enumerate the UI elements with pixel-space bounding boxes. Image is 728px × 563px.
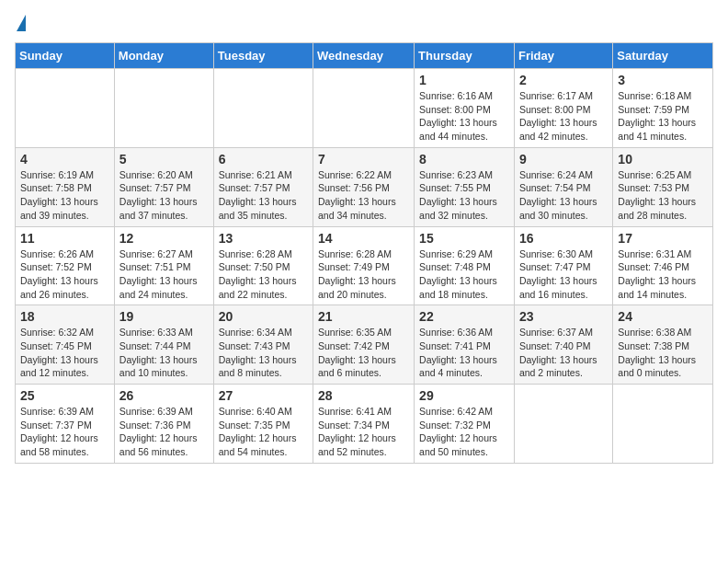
day-info: Sunrise: 6:18 AMSunset: 7:59 PMDaylight:… xyxy=(618,89,708,144)
day-number: 11 xyxy=(20,231,109,246)
calendar-cell: 28Sunrise: 6:41 AMSunset: 7:34 PMDayligh… xyxy=(313,385,415,464)
calendar-cell: 8Sunrise: 6:23 AMSunset: 7:55 PMDaylight… xyxy=(415,147,515,226)
day-info: Sunrise: 6:16 AMSunset: 8:00 PMDaylight:… xyxy=(419,89,509,144)
day-info: Sunrise: 6:20 AMSunset: 7:57 PMDaylight:… xyxy=(119,168,209,223)
day-number: 13 xyxy=(219,231,308,246)
calendar-cell: 25Sunrise: 6:39 AMSunset: 7:37 PMDayligh… xyxy=(16,385,115,464)
calendar-cell xyxy=(213,69,313,148)
day-info: Sunrise: 6:27 AMSunset: 7:51 PMDaylight:… xyxy=(119,247,209,302)
weekday-header-saturday: Saturday xyxy=(613,43,713,69)
day-number: 4 xyxy=(20,152,109,167)
day-number: 2 xyxy=(519,73,608,87)
day-number: 29 xyxy=(419,388,509,403)
day-info: Sunrise: 6:39 AMSunset: 7:36 PMDaylight:… xyxy=(119,405,209,459)
week-row-4: 18Sunrise: 6:32 AMSunset: 7:45 PMDayligh… xyxy=(16,305,713,385)
day-info: Sunrise: 6:38 AMSunset: 7:38 PMDaylight:… xyxy=(618,326,708,380)
calendar-cell: 18Sunrise: 6:32 AMSunset: 7:45 PMDayligh… xyxy=(16,305,115,385)
day-number: 23 xyxy=(519,309,608,324)
day-info: Sunrise: 6:35 AMSunset: 7:42 PMDaylight:… xyxy=(318,326,409,380)
calendar-cell xyxy=(114,69,213,148)
day-info: Sunrise: 6:32 AMSunset: 7:45 PMDaylight:… xyxy=(20,326,109,380)
day-info: Sunrise: 6:25 AMSunset: 7:53 PMDaylight:… xyxy=(618,168,708,223)
day-number: 18 xyxy=(20,309,109,324)
day-info: Sunrise: 6:42 AMSunset: 7:32 PMDaylight:… xyxy=(419,405,509,459)
calendar-cell: 22Sunrise: 6:36 AMSunset: 7:41 PMDayligh… xyxy=(415,305,515,385)
day-number: 21 xyxy=(318,309,409,324)
day-number: 26 xyxy=(119,388,209,403)
calendar-cell: 15Sunrise: 6:29 AMSunset: 7:48 PMDayligh… xyxy=(415,226,515,305)
week-row-3: 11Sunrise: 6:26 AMSunset: 7:52 PMDayligh… xyxy=(16,226,713,305)
day-number: 14 xyxy=(318,231,409,246)
week-row-5: 25Sunrise: 6:39 AMSunset: 7:37 PMDayligh… xyxy=(16,385,713,464)
calendar-cell: 24Sunrise: 6:38 AMSunset: 7:38 PMDayligh… xyxy=(613,305,713,385)
calendar-cell: 20Sunrise: 6:34 AMSunset: 7:43 PMDayligh… xyxy=(213,305,313,385)
calendar-cell: 19Sunrise: 6:33 AMSunset: 7:44 PMDayligh… xyxy=(114,305,213,385)
day-info: Sunrise: 6:40 AMSunset: 7:35 PMDaylight:… xyxy=(219,405,308,459)
weekday-header-row: SundayMondayTuesdayWednesdayThursdayFrid… xyxy=(16,43,713,69)
day-info: Sunrise: 6:39 AMSunset: 7:37 PMDaylight:… xyxy=(20,405,109,459)
day-number: 25 xyxy=(20,388,109,403)
day-info: Sunrise: 6:26 AMSunset: 7:52 PMDaylight:… xyxy=(20,247,109,302)
day-number: 20 xyxy=(219,309,308,324)
day-info: Sunrise: 6:28 AMSunset: 7:49 PMDaylight:… xyxy=(318,247,409,302)
weekday-header-friday: Friday xyxy=(514,43,612,69)
calendar-cell: 23Sunrise: 6:37 AMSunset: 7:40 PMDayligh… xyxy=(514,305,612,385)
weekday-header-sunday: Sunday xyxy=(16,43,115,69)
day-info: Sunrise: 6:21 AMSunset: 7:57 PMDaylight:… xyxy=(219,168,308,223)
day-number: 8 xyxy=(419,152,509,167)
calendar-cell: 10Sunrise: 6:25 AMSunset: 7:53 PMDayligh… xyxy=(613,147,713,226)
calendar-cell: 12Sunrise: 6:27 AMSunset: 7:51 PMDayligh… xyxy=(114,226,213,305)
calendar-cell: 11Sunrise: 6:26 AMSunset: 7:52 PMDayligh… xyxy=(16,226,115,305)
day-info: Sunrise: 6:36 AMSunset: 7:41 PMDaylight:… xyxy=(419,326,509,380)
calendar-cell: 1Sunrise: 6:16 AMSunset: 8:00 PMDaylight… xyxy=(415,69,515,148)
weekday-header-monday: Monday xyxy=(114,43,213,69)
weekday-header-thursday: Thursday xyxy=(415,43,515,69)
calendar-cell: 6Sunrise: 6:21 AMSunset: 7:57 PMDaylight… xyxy=(213,147,313,226)
calendar-cell: 29Sunrise: 6:42 AMSunset: 7:32 PMDayligh… xyxy=(415,385,515,464)
calendar-cell: 5Sunrise: 6:20 AMSunset: 7:57 PMDaylight… xyxy=(114,147,213,226)
day-number: 3 xyxy=(618,73,708,87)
day-info: Sunrise: 6:19 AMSunset: 7:58 PMDaylight:… xyxy=(20,168,109,223)
day-number: 6 xyxy=(219,152,308,167)
calendar-cell xyxy=(16,69,115,148)
day-number: 7 xyxy=(318,152,409,167)
logo xyxy=(15,15,26,33)
day-info: Sunrise: 6:17 AMSunset: 8:00 PMDaylight:… xyxy=(519,89,608,144)
weekday-header-tuesday: Tuesday xyxy=(213,43,313,69)
calendar-cell: 21Sunrise: 6:35 AMSunset: 7:42 PMDayligh… xyxy=(313,305,415,385)
day-number: 28 xyxy=(318,388,409,403)
week-row-2: 4Sunrise: 6:19 AMSunset: 7:58 PMDaylight… xyxy=(16,147,713,226)
day-info: Sunrise: 6:24 AMSunset: 7:54 PMDaylight:… xyxy=(519,168,608,223)
calendar-cell: 14Sunrise: 6:28 AMSunset: 7:49 PMDayligh… xyxy=(313,226,415,305)
calendar-cell xyxy=(514,385,612,464)
calendar-cell: 27Sunrise: 6:40 AMSunset: 7:35 PMDayligh… xyxy=(213,385,313,464)
day-number: 24 xyxy=(618,309,708,324)
day-number: 12 xyxy=(119,231,209,246)
day-number: 16 xyxy=(519,231,608,246)
day-info: Sunrise: 6:30 AMSunset: 7:47 PMDaylight:… xyxy=(519,247,608,302)
calendar-cell xyxy=(613,385,713,464)
day-number: 15 xyxy=(419,231,509,246)
logo-triangle-icon xyxy=(17,15,26,31)
calendar-cell: 3Sunrise: 6:18 AMSunset: 7:59 PMDaylight… xyxy=(613,69,713,148)
week-row-1: 1Sunrise: 6:16 AMSunset: 8:00 PMDaylight… xyxy=(16,69,713,148)
day-number: 5 xyxy=(119,152,209,167)
day-info: Sunrise: 6:37 AMSunset: 7:40 PMDaylight:… xyxy=(519,326,608,380)
day-info: Sunrise: 6:41 AMSunset: 7:34 PMDaylight:… xyxy=(318,405,409,459)
calendar-cell: 13Sunrise: 6:28 AMSunset: 7:50 PMDayligh… xyxy=(213,226,313,305)
calendar-cell: 9Sunrise: 6:24 AMSunset: 7:54 PMDaylight… xyxy=(514,147,612,226)
day-number: 17 xyxy=(618,231,708,246)
calendar-cell: 17Sunrise: 6:31 AMSunset: 7:46 PMDayligh… xyxy=(613,226,713,305)
day-info: Sunrise: 6:28 AMSunset: 7:50 PMDaylight:… xyxy=(219,247,308,302)
calendar-cell: 4Sunrise: 6:19 AMSunset: 7:58 PMDaylight… xyxy=(16,147,115,226)
day-number: 1 xyxy=(419,73,509,87)
day-info: Sunrise: 6:34 AMSunset: 7:43 PMDaylight:… xyxy=(219,326,308,380)
day-info: Sunrise: 6:31 AMSunset: 7:46 PMDaylight:… xyxy=(618,247,708,302)
weekday-header-wednesday: Wednesday xyxy=(313,43,415,69)
day-number: 22 xyxy=(419,309,509,324)
calendar-cell xyxy=(313,69,415,148)
calendar-cell: 7Sunrise: 6:22 AMSunset: 7:56 PMDaylight… xyxy=(313,147,415,226)
day-number: 9 xyxy=(519,152,608,167)
header xyxy=(15,15,713,33)
calendar-cell: 16Sunrise: 6:30 AMSunset: 7:47 PMDayligh… xyxy=(514,226,612,305)
